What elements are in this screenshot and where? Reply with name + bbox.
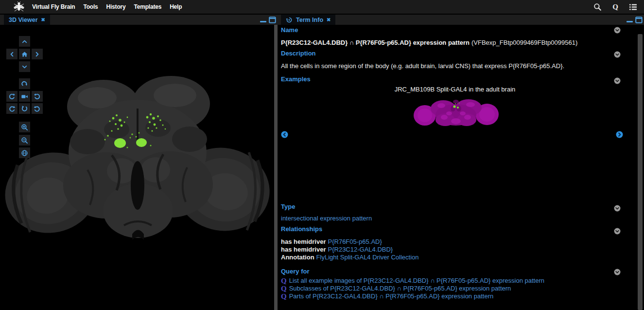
roll-cw-icon	[34, 105, 41, 112]
term-tab-close-icon[interactable]: ✖	[327, 18, 331, 22]
relationship-object-link[interactable]: FlyLight Split-GAL4 Driver Collection	[316, 254, 419, 261]
query-link[interactable]: Parts of P{R23C12-GAL4.DBD} ∩ P{R76F05-p…	[289, 292, 494, 300]
example-next-button[interactable]	[616, 131, 623, 138]
term-name-value: P{R23C12-GAL4.DBD} ∩ P{R76F05-p65.AD} ex…	[281, 39, 577, 46]
menubar-actions: Q	[593, 0, 637, 14]
term-minimize-button[interactable]	[627, 21, 633, 22]
wireframe-globe-button[interactable]	[19, 147, 30, 158]
viewer-minimize-button[interactable]	[260, 21, 266, 22]
section-heading-examples: Examples	[281, 75, 311, 83]
term-window-controls	[627, 15, 643, 25]
pan-up-button[interactable]	[19, 36, 30, 47]
brain-3d-render[interactable]	[0, 25, 278, 310]
pan-right-button[interactable]	[32, 49, 43, 59]
section-heading-relationships: Relationships	[281, 225, 322, 233]
query-q-icon: Q	[281, 277, 287, 284]
term-info-panel: Term Info ✖ Name P{R23C12-GAL4.DBD} ∩ P{…	[278, 15, 644, 310]
menu-item-tools[interactable]: Tools	[83, 3, 98, 10]
term-info-scrollbar[interactable]	[638, 34, 643, 310]
menu-item-virtual-fly-brain[interactable]: Virtual Fly Brain	[32, 3, 75, 10]
query-link[interactable]: Subclasses of P{R23C12-GAL4.DBD} ∩ P{R76…	[289, 285, 511, 292]
relationship-predicate: Annotation	[281, 254, 314, 261]
collapse-relationships-button[interactable]	[614, 228, 621, 235]
home-icon	[21, 51, 28, 58]
search-icon[interactable]	[593, 3, 602, 11]
video-camera-icon	[21, 93, 28, 100]
undo-rotate-icon	[21, 105, 28, 112]
pan-down-button[interactable]	[19, 61, 30, 72]
query-row: Q List all example images of P{R23C12-GA…	[281, 277, 544, 284]
relationship-object-link[interactable]: P{R76F05-p65.AD}	[328, 238, 382, 245]
viewer-tab-label: 3D Viewer	[9, 17, 38, 23]
relationship-object-link[interactable]: P{R23C12-GAL4.DBD}	[328, 246, 393, 253]
history-refresh-icon	[286, 17, 293, 23]
rotate-right-button[interactable]	[32, 91, 43, 102]
term-name-label: P{R23C12-GAL4.DBD} ∩ P{R76F05-p65.AD} ex…	[281, 39, 470, 46]
example-image-caption: JRC_MB109B Split-GAL4 in the adult brain	[297, 86, 613, 93]
tab-term-info[interactable]: Term Info ✖	[281, 15, 335, 25]
viewer-maximize-button[interactable]	[269, 17, 276, 23]
term-maximize-button[interactable]	[635, 17, 643, 23]
section-heading-query-for: Query for	[281, 268, 310, 275]
collapse-query-for-button[interactable]	[614, 269, 621, 275]
zoom-in-button[interactable]	[19, 122, 30, 132]
term-type-link[interactable]: intersectional expression pattern	[281, 215, 372, 222]
section-heading-type: Type	[281, 203, 295, 210]
chevron-down-icon	[21, 63, 28, 71]
rotate-left-button[interactable]	[6, 91, 17, 102]
roll-ccw-icon	[8, 105, 16, 112]
rotate-up-icon	[21, 80, 28, 88]
collapse-name-button[interactable]	[614, 27, 621, 34]
collapse-examples-button[interactable]	[614, 77, 621, 84]
query-q-icon: Q	[281, 285, 287, 292]
query-row: Q Subclasses of P{R23C12-GAL4.DBD} ∩ P{R…	[281, 285, 511, 292]
relationship-predicate: has hemidriver	[281, 238, 326, 245]
example-brain-image[interactable]	[412, 94, 500, 128]
rotate-up-button[interactable]	[19, 78, 30, 89]
viewer-panel-header: 3D Viewer ✖	[0, 15, 278, 25]
viewer-tab-close-icon[interactable]: ✖	[41, 18, 45, 22]
query-row: Q Parts of P{R23C12-GAL4.DBD} ∩ P{R76F05…	[281, 292, 493, 300]
chevron-left-icon	[8, 51, 16, 58]
collapse-description-button[interactable]	[614, 51, 621, 58]
zoom-out-icon	[21, 137, 28, 144]
query-link[interactable]: List all example images of P{R23C12-GAL4…	[289, 277, 544, 284]
chevron-right-icon	[34, 51, 41, 58]
rotate-cw-icon	[34, 93, 41, 100]
viewer-window-controls	[260, 15, 276, 25]
rotate-ccw-icon	[8, 93, 16, 100]
results-list-icon[interactable]	[629, 3, 637, 11]
vfb-app: Virtual Fly Brain Tools History Template…	[0, 0, 644, 310]
menu-item-help[interactable]: Help	[170, 3, 182, 10]
viewer-canvas[interactable]	[0, 25, 278, 310]
vfb-fly-logo-icon[interactable]	[13, 1, 25, 13]
relationship-row: AnnotationFlyLight Split-GAL4 Driver Col…	[281, 253, 419, 261]
camera-button[interactable]	[19, 91, 30, 102]
relationship-predicate: has hemidriver	[281, 246, 326, 253]
viewer-scrollbar[interactable]	[274, 25, 278, 310]
query-builder-icon[interactable]: Q	[612, 3, 618, 11]
zoom-in-icon	[21, 124, 28, 131]
globe-icon	[21, 149, 28, 157]
main-menu: Virtual Fly Brain Tools History Template…	[32, 3, 182, 10]
menubar: Virtual Fly Brain Tools History Template…	[0, 0, 644, 14]
viewer-panel: 3D Viewer ✖	[0, 15, 278, 310]
rotate-reset-button[interactable]	[19, 103, 30, 114]
term-panel-header: Term Info ✖	[278, 15, 644, 25]
roll-left-button[interactable]	[6, 103, 17, 114]
menu-item-history[interactable]: History	[106, 3, 126, 10]
term-tab-label: Term Info	[296, 17, 323, 23]
chevron-up-icon	[21, 38, 28, 45]
tab-3d-viewer[interactable]: 3D Viewer ✖	[4, 15, 50, 25]
pan-left-button[interactable]	[6, 49, 17, 59]
roll-right-button[interactable]	[32, 103, 43, 114]
example-prev-button[interactable]	[281, 131, 288, 138]
collapse-type-button[interactable]	[614, 205, 621, 212]
section-heading-description: Description	[281, 50, 316, 57]
query-q-icon: Q	[281, 293, 287, 300]
menu-item-templates[interactable]: Templates	[134, 3, 161, 10]
term-name-id: (VFBexp_FBtp0099469FBtp0099561)	[471, 39, 577, 46]
zoom-out-button[interactable]	[19, 135, 30, 146]
section-heading-name: Name	[281, 26, 298, 34]
home-view-button[interactable]	[19, 49, 30, 59]
